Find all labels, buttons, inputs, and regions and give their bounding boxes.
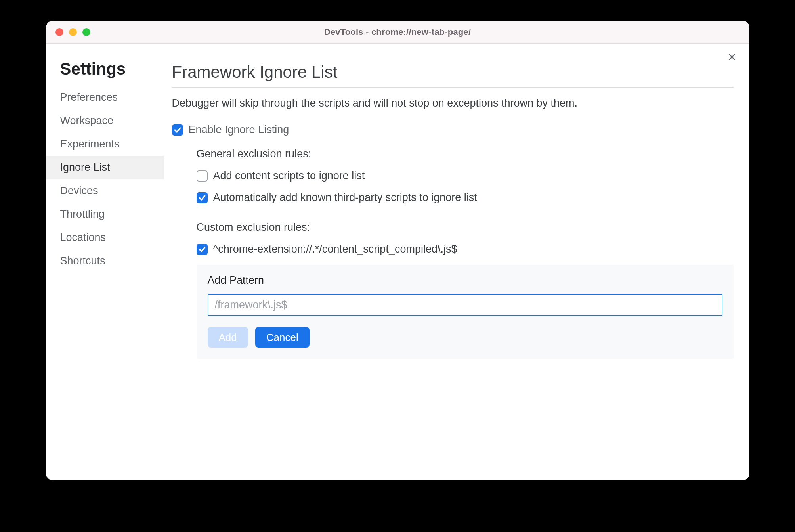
- sidebar-item-preferences[interactable]: Preferences: [46, 86, 164, 109]
- settings-main: Framework Ignore List Debugger will skip…: [164, 44, 749, 480]
- window-title: DevTools - chrome://new-tab-page/: [324, 27, 471, 37]
- add-button[interactable]: Add: [208, 327, 248, 348]
- add-pattern-buttons: Add Cancel: [208, 327, 722, 348]
- sidebar-item-workspace[interactable]: Workspace: [46, 109, 164, 132]
- sidebar-item-shortcuts[interactable]: Shortcuts: [46, 249, 164, 273]
- cancel-button[interactable]: Cancel: [255, 327, 310, 348]
- check-icon: [174, 126, 182, 134]
- sidebar-item-label: Locations: [60, 232, 106, 243]
- sidebar-item-label: Ignore List: [60, 161, 110, 173]
- custom-rules-heading: Custom exclusion rules:: [197, 221, 734, 233]
- sidebar-item-ignore-list[interactable]: Ignore List: [46, 156, 164, 179]
- devtools-settings-window: DevTools - chrome://new-tab-page/ Settin…: [46, 21, 749, 480]
- general-rules-heading: General exclusion rules:: [197, 148, 734, 160]
- third-party-scripts-label: Automatically add known third-party scri…: [213, 191, 477, 204]
- sidebar-item-devices[interactable]: Devices: [46, 179, 164, 203]
- third-party-scripts-checkbox[interactable]: [197, 192, 208, 203]
- check-icon: [198, 245, 206, 253]
- sidebar-item-label: Experiments: [60, 138, 120, 150]
- page-title: Framework Ignore List: [172, 63, 734, 88]
- close-window-button[interactable]: [55, 28, 63, 36]
- close-icon[interactable]: [726, 51, 738, 63]
- pattern-input[interactable]: [208, 294, 722, 316]
- settings-content: Settings Preferences Workspace Experimen…: [46, 44, 749, 480]
- sidebar-item-label: Preferences: [60, 91, 118, 103]
- sidebar-item-throttling[interactable]: Throttling: [46, 203, 164, 226]
- content-scripts-checkbox[interactable]: [197, 170, 208, 182]
- sidebar-item-experiments[interactable]: Experiments: [46, 132, 164, 156]
- sidebar-item-label: Throttling: [60, 208, 105, 220]
- settings-sidebar: Settings Preferences Workspace Experimen…: [46, 44, 164, 480]
- check-icon: [198, 194, 206, 202]
- sidebar-heading: Settings: [46, 59, 164, 86]
- add-pattern-panel: Add Pattern Add Cancel: [197, 265, 734, 359]
- content-scripts-label: Add content scripts to ignore list: [213, 170, 365, 182]
- window-titlebar: DevTools - chrome://new-tab-page/: [46, 21, 749, 44]
- window-controls: [55, 28, 90, 36]
- minimize-window-button[interactable]: [69, 28, 77, 36]
- page-description: Debugger will skip through the scripts a…: [172, 97, 734, 109]
- custom-rule-row: ^chrome-extension://.*/content_script_co…: [197, 243, 734, 255]
- exclusion-rules-section: General exclusion rules: Add content scr…: [172, 148, 734, 359]
- sidebar-item-label: Shortcuts: [60, 255, 105, 267]
- sidebar-item-label: Workspace: [60, 115, 114, 126]
- add-pattern-heading: Add Pattern: [208, 274, 722, 287]
- enable-ignore-listing-row: Enable Ignore Listing: [172, 124, 734, 136]
- custom-rule-label: ^chrome-extension://.*/content_script_co…: [213, 243, 457, 255]
- sidebar-item-label: Devices: [60, 185, 98, 197]
- zoom-window-button[interactable]: [82, 28, 90, 36]
- custom-rule-checkbox[interactable]: [197, 244, 208, 255]
- sidebar-item-locations[interactable]: Locations: [46, 226, 164, 249]
- enable-ignore-listing-label: Enable Ignore Listing: [189, 124, 289, 136]
- enable-ignore-listing-checkbox[interactable]: [172, 124, 183, 136]
- content-scripts-row: Add content scripts to ignore list: [197, 170, 734, 182]
- third-party-scripts-row: Automatically add known third-party scri…: [197, 191, 734, 204]
